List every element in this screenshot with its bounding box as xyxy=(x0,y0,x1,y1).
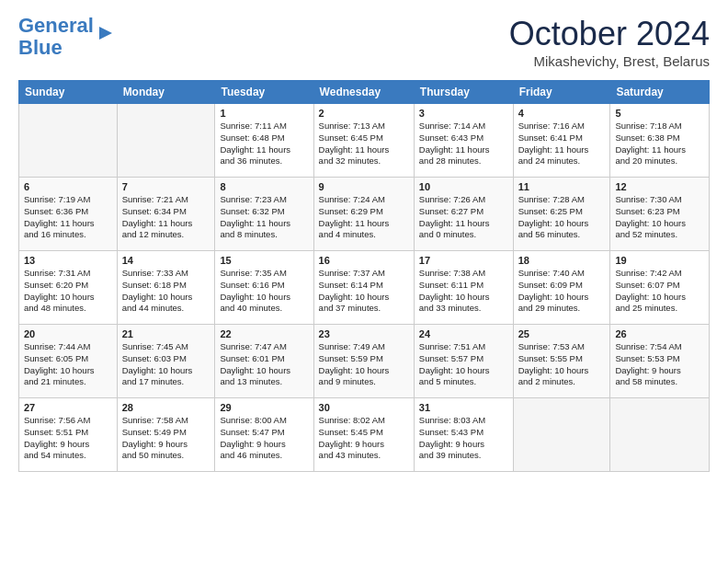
calendar-table: SundayMondayTuesdayWednesdayThursdayFrid… xyxy=(18,80,710,472)
title-area: October 2024 Mikashevichy, Brest, Belaru… xyxy=(509,15,710,69)
day-info: Daylight: 9 hours xyxy=(24,439,112,451)
calendar-cell: 21Sunrise: 7:45 AMSunset: 6:03 PMDayligh… xyxy=(117,325,215,398)
day-number: 12 xyxy=(615,181,704,192)
day-info: Sunrise: 7:49 AM xyxy=(319,341,409,353)
day-info: Daylight: 11 hours xyxy=(419,144,508,156)
day-info: Sunset: 6:16 PM xyxy=(220,280,308,292)
day-info: Daylight: 10 hours xyxy=(122,365,210,377)
calendar-week: 27Sunrise: 7:56 AMSunset: 5:51 PMDayligh… xyxy=(19,398,710,472)
day-info: Sunrise: 7:21 AM xyxy=(122,194,210,206)
day-info: Daylight: 10 hours xyxy=(122,292,210,304)
calendar-cell: 5Sunrise: 7:18 AMSunset: 6:38 PMDaylight… xyxy=(610,104,710,178)
calendar-cell: 26Sunrise: 7:54 AMSunset: 5:53 PMDayligh… xyxy=(610,325,710,398)
calendar-cell: 1Sunrise: 7:11 AMSunset: 6:48 PMDaylight… xyxy=(215,104,313,178)
day-info: Sunrise: 8:00 AM xyxy=(220,415,308,427)
day-number: 17 xyxy=(419,255,508,266)
day-number: 20 xyxy=(24,328,112,339)
day-number: 2 xyxy=(319,108,409,119)
day-info: Daylight: 9 hours xyxy=(419,439,508,451)
day-info: and 29 minutes. xyxy=(518,303,606,315)
day-info: Daylight: 10 hours xyxy=(518,218,606,230)
day-info: Daylight: 10 hours xyxy=(518,292,606,304)
weekday-header: Friday xyxy=(513,81,610,104)
day-info: Sunrise: 7:35 AM xyxy=(220,268,308,280)
day-info: Sunrise: 7:33 AM xyxy=(122,268,210,280)
calendar-week: 6Sunrise: 7:19 AMSunset: 6:36 PMDaylight… xyxy=(19,178,710,251)
calendar-cell: 17Sunrise: 7:38 AMSunset: 6:11 PMDayligh… xyxy=(414,251,513,325)
day-info: Sunset: 5:59 PM xyxy=(319,353,409,365)
day-info: Sunrise: 7:42 AM xyxy=(615,268,704,280)
calendar-cell: 12Sunrise: 7:30 AMSunset: 6:23 PMDayligh… xyxy=(610,178,710,251)
day-info: Sunset: 6:01 PM xyxy=(220,353,308,365)
day-info: Daylight: 11 hours xyxy=(319,144,409,156)
day-info: and 58 minutes. xyxy=(615,376,704,388)
day-info: Daylight: 10 hours xyxy=(615,292,704,304)
day-info: Sunset: 6:38 PM xyxy=(615,132,704,144)
logo: GeneralBlue xyxy=(18,15,116,59)
day-info: and 52 minutes. xyxy=(615,229,704,241)
day-number: 9 xyxy=(319,181,409,192)
day-info: and 50 minutes. xyxy=(122,450,210,462)
calendar-week: 20Sunrise: 7:44 AMSunset: 6:05 PMDayligh… xyxy=(19,325,710,398)
day-number: 4 xyxy=(518,108,606,119)
day-info: and 46 minutes. xyxy=(220,450,308,462)
calendar-cell: 28Sunrise: 7:58 AMSunset: 5:49 PMDayligh… xyxy=(117,398,215,472)
day-info: and 33 minutes. xyxy=(419,303,508,315)
calendar-cell: 9Sunrise: 7:24 AMSunset: 6:29 PMDaylight… xyxy=(313,178,414,251)
day-number: 16 xyxy=(319,255,409,266)
day-number: 8 xyxy=(220,181,308,192)
day-info: Daylight: 10 hours xyxy=(319,365,409,377)
day-info: Sunset: 6:29 PM xyxy=(319,206,409,218)
day-info: and 44 minutes. xyxy=(122,303,210,315)
logo-text: GeneralBlue xyxy=(18,15,94,59)
day-number: 23 xyxy=(319,328,409,339)
day-info: Daylight: 11 hours xyxy=(220,144,308,156)
weekday-header: Monday xyxy=(117,81,215,104)
day-info: Sunrise: 7:14 AM xyxy=(419,121,508,132)
day-info: Sunrise: 7:30 AM xyxy=(615,194,704,206)
day-info: Sunrise: 7:44 AM xyxy=(24,341,112,353)
day-info: and 39 minutes. xyxy=(419,450,508,462)
day-info: and 17 minutes. xyxy=(122,376,210,388)
weekday-header: Thursday xyxy=(414,81,513,104)
day-info: Sunrise: 7:51 AM xyxy=(419,341,508,353)
day-info: Daylight: 11 hours xyxy=(419,218,508,230)
day-number: 19 xyxy=(615,255,704,266)
day-info: Sunrise: 7:16 AM xyxy=(518,121,606,132)
calendar-cell: 4Sunrise: 7:16 AMSunset: 6:41 PMDaylight… xyxy=(513,104,610,178)
day-info: Sunrise: 7:45 AM xyxy=(122,341,210,353)
day-info: Sunrise: 7:58 AM xyxy=(122,415,210,427)
calendar-cell: 25Sunrise: 7:53 AMSunset: 5:55 PMDayligh… xyxy=(513,325,610,398)
day-number: 24 xyxy=(419,328,508,339)
day-info: Sunset: 5:45 PM xyxy=(319,427,409,439)
day-number: 15 xyxy=(220,255,308,266)
day-info: Sunset: 6:25 PM xyxy=(518,206,606,218)
day-info: Sunset: 6:23 PM xyxy=(615,206,704,218)
day-info: and 54 minutes. xyxy=(24,450,112,462)
day-number: 3 xyxy=(419,108,508,119)
day-info: Daylight: 11 hours xyxy=(122,218,210,230)
day-number: 5 xyxy=(615,108,704,119)
day-number: 28 xyxy=(122,402,210,413)
day-info: Daylight: 10 hours xyxy=(419,292,508,304)
day-info: Sunrise: 7:11 AM xyxy=(220,121,308,132)
day-info: Sunset: 6:05 PM xyxy=(24,353,112,365)
calendar-cell: 23Sunrise: 7:49 AMSunset: 5:59 PMDayligh… xyxy=(313,325,414,398)
day-info: Sunset: 5:43 PM xyxy=(419,427,508,439)
day-info: Sunset: 6:43 PM xyxy=(419,132,508,144)
day-info: Sunset: 6:20 PM xyxy=(24,280,112,292)
day-info: Daylight: 10 hours xyxy=(220,292,308,304)
weekday-header: Sunday xyxy=(19,81,118,104)
calendar-cell: 2Sunrise: 7:13 AMSunset: 6:45 PMDaylight… xyxy=(313,104,414,178)
day-info: Sunrise: 7:40 AM xyxy=(518,268,606,280)
day-info: Sunrise: 7:47 AM xyxy=(220,341,308,353)
day-info: and 20 minutes. xyxy=(615,155,704,167)
day-number: 30 xyxy=(319,402,409,413)
day-info: Daylight: 10 hours xyxy=(24,365,112,377)
day-number: 10 xyxy=(419,181,508,192)
day-info: Sunrise: 8:03 AM xyxy=(419,415,508,427)
day-info: and 0 minutes. xyxy=(419,229,508,241)
day-info: Sunrise: 7:37 AM xyxy=(319,268,409,280)
calendar-cell: 30Sunrise: 8:02 AMSunset: 5:45 PMDayligh… xyxy=(313,398,414,472)
calendar-cell: 6Sunrise: 7:19 AMSunset: 6:36 PMDaylight… xyxy=(19,178,118,251)
